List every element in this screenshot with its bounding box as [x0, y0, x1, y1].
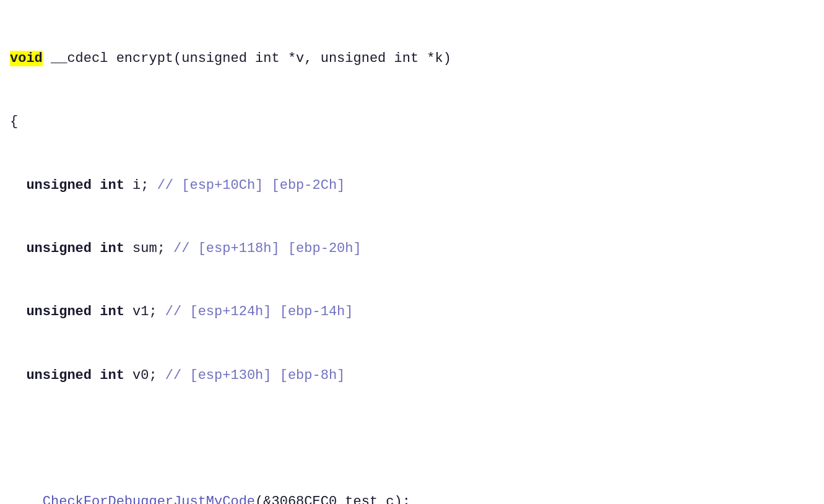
- plain-text: v1;: [124, 304, 165, 319]
- plain-text: (&3068CEC0_test_c);: [255, 494, 410, 504]
- plain-text: [10, 494, 26, 504]
- keyword-int: int: [100, 304, 124, 319]
- plain-text: [92, 304, 100, 319]
- line-4: unsigned int sum; // [esp+118h] [ebp-20h…: [10, 238, 814, 259]
- comment-text: // [esp+124h] [ebp-14h]: [165, 304, 353, 319]
- code-display: void __cdecl encrypt(unsigned int *v, un…: [10, 6, 814, 504]
- line-2: {: [10, 111, 814, 133]
- function-name: __CheckForDebuggerJustMyCode: [26, 494, 255, 504]
- keyword-unsigned: unsigned: [26, 304, 92, 319]
- plain-text: {: [10, 114, 18, 129]
- plain-text: [92, 178, 100, 193]
- plain-text: v0;: [124, 368, 165, 383]
- keyword-unsigned: unsigned: [26, 178, 92, 193]
- line-3: unsigned int i; // [esp+10Ch] [ebp-2Ch]: [10, 175, 814, 196]
- plain-text: [92, 368, 100, 383]
- line-8: __CheckForDebuggerJustMyCode(&3068CEC0_t…: [10, 492, 814, 504]
- keyword-int: int: [100, 368, 124, 383]
- plain-text: sum;: [124, 241, 173, 256]
- keyword-int: int: [100, 241, 124, 256]
- line-blank: [10, 428, 814, 450]
- comment-text: // [esp+10Ch] [ebp-2Ch]: [157, 178, 345, 193]
- keyword-unsigned: unsigned: [26, 241, 92, 256]
- plain-text: [10, 368, 26, 383]
- comment-text: // [esp+118h] [ebp-20h]: [173, 241, 362, 256]
- plain-text: [92, 241, 100, 256]
- plain-text: [10, 304, 26, 319]
- plain-text: [10, 241, 26, 256]
- line-6: unsigned int v0; // [esp+130h] [ebp-8h]: [10, 365, 814, 386]
- keyword-int: int: [100, 178, 124, 193]
- line-1: void __cdecl encrypt(unsigned int *v, un…: [10, 48, 814, 69]
- plain-text: __cdecl encrypt(unsigned int *v, unsigne…: [43, 51, 451, 66]
- comment-text: // [esp+130h] [ebp-8h]: [165, 368, 345, 383]
- keyword-unsigned: unsigned: [26, 368, 92, 383]
- keyword-void: void: [10, 51, 43, 66]
- plain-text: i;: [124, 178, 157, 193]
- plain-text: [10, 178, 26, 193]
- line-5: unsigned int v1; // [esp+124h] [ebp-14h]: [10, 302, 814, 323]
